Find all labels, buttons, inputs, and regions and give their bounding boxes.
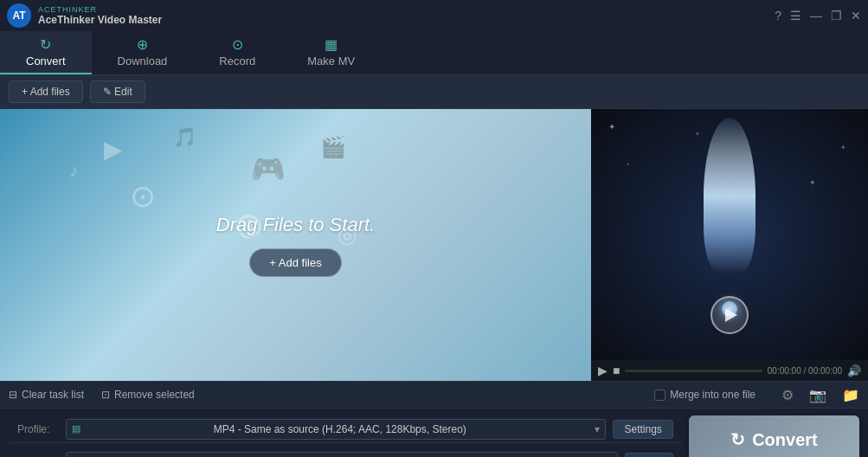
star-4: ✦	[809, 178, 816, 187]
output-path-field: C:\Users\Lily.Qiu\Documents\AceThinker\A…	[66, 452, 618, 458]
tab-download-label: Download	[118, 55, 168, 68]
convert-button[interactable]: ↻ Convert	[689, 415, 859, 457]
video-controls: ▶ ■ 00:00:00 / 00:00:00 🔊	[591, 360, 868, 381]
folder-icon[interactable]: 📁	[842, 387, 859, 403]
star-3: ✦	[626, 161, 630, 167]
settings-icon[interactable]: ⚙	[781, 387, 794, 403]
clear-label: Clear task list	[22, 389, 84, 401]
task-bar: ⊟ Clear task list ⊡ Remove selected Merg…	[0, 381, 868, 409]
video-time-display: 00:00:00 / 00:00:00	[768, 366, 842, 376]
deco-icon-5: ⊙	[130, 178, 156, 215]
add-files-label: + Add files	[22, 86, 70, 98]
minimize-button[interactable]: —	[810, 9, 822, 23]
tab-convert[interactable]: ↻ Convert	[0, 31, 92, 74]
profile-row: Profile: ▤ MP4 - Same as source (H.264; …	[9, 415, 682, 443]
app-title-area: ACETHINKER AceThinker Video Master	[38, 5, 162, 26]
clear-icon: ⊟	[9, 389, 17, 401]
drop-zone-add-button[interactable]: + Add files	[249, 248, 341, 277]
merge-label: Merge into one file	[670, 389, 755, 401]
convert-tab-icon: ↻	[40, 36, 51, 53]
app-logo: AT	[7, 3, 31, 28]
profile-icon: ▤	[72, 423, 80, 434]
preview-icons: ⚙ 📷 📁	[781, 387, 859, 403]
clear-task-button[interactable]: ⊟ Clear task list	[9, 389, 84, 401]
profile-dropdown[interactable]: ▤ MP4 - Same as source (H.264; AAC, 128K…	[66, 419, 606, 440]
close-button[interactable]: ✕	[851, 9, 861, 23]
deco-icon-3: 🎮	[251, 152, 286, 185]
drop-zone[interactable]: ▶ 🎵 🎮 🎬 ⊙ ⊛ ♪ ◎ Drag Files to Start. + A…	[0, 109, 591, 381]
star-2: ✦	[840, 144, 846, 151]
merge-checkbox[interactable]	[654, 389, 665, 401]
help-icon[interactable]: ?	[775, 9, 781, 23]
star-5: ✦	[695, 131, 700, 138]
tab-makemv-label: Make MV	[307, 55, 355, 68]
deco-icon-4: 🎬	[320, 135, 346, 159]
deco-icon-7: ♪	[69, 161, 78, 181]
tab-record[interactable]: ⊙ Record	[193, 31, 281, 74]
video-play-button[interactable]: ▶	[598, 364, 608, 377]
nav-tabs: ↻ Convert ⊕ Download ⊙ Record ▦ Make MV	[0, 31, 868, 75]
title-bar-left: AT ACETHINKER AceThinker Video Master	[7, 3, 162, 28]
main-content: ▶ 🎵 🎮 🎬 ⊙ ⊛ ♪ ◎ Drag Files to Start. + A…	[0, 109, 868, 381]
merge-checkbox-group: Merge into one file	[654, 389, 755, 401]
menu-icon[interactable]: ☰	[790, 9, 801, 23]
remove-selected-button[interactable]: ⊡ Remove selected	[101, 389, 195, 401]
output-row: Output: C:\Users\Lily.Qiu\Documents\AceT…	[9, 448, 682, 457]
drop-zone-add-label: + Add files	[269, 256, 321, 269]
edit-label: ✎ Edit	[103, 86, 132, 98]
remove-icon: ⊡	[101, 389, 110, 401]
video-stop-button[interactable]: ■	[613, 364, 620, 377]
preview-panel: ✦ ✦ ✦ ✦ ✦ ▶ ■ 00:00:00 / 00:00:00 🔊	[591, 109, 868, 381]
drop-zone-text: Drag Files to Start.	[216, 214, 375, 236]
profile-dropdown-arrow: ▾	[595, 423, 600, 435]
tab-convert-label: Convert	[26, 55, 66, 68]
convert-right: ↻ Convert Shutdown computer after conver…	[689, 415, 859, 457]
bottom-section: Profile: ▤ MP4 - Same as source (H.264; …	[0, 409, 868, 457]
open-button[interactable]: Open	[625, 453, 672, 458]
add-files-button[interactable]: + Add files	[9, 80, 83, 103]
convert-icon: ↻	[730, 429, 745, 450]
profile-value: MP4 - Same as source (H.264; AAC, 128Kbp…	[214, 423, 466, 435]
restore-button[interactable]: ❐	[831, 9, 842, 23]
video-beam	[704, 118, 755, 274]
settings-button[interactable]: Settings	[613, 420, 672, 439]
play-arrow-icon	[725, 308, 737, 322]
app-name: AceThinker Video Master	[38, 14, 162, 26]
play-button-overlay[interactable]	[710, 296, 749, 334]
tab-makemv[interactable]: ▦ Make MV	[281, 31, 381, 74]
drop-zone-icons: ▶ 🎵 🎮 🎬 ⊙ ⊛ ♪ ◎	[0, 109, 591, 381]
screenshot-icon[interactable]: 📷	[809, 387, 826, 403]
volume-icon[interactable]: 🔊	[847, 364, 861, 377]
title-bar-controls: ? ☰ — ❐ ✕	[775, 9, 861, 23]
convert-left: Profile: ▤ MP4 - Same as source (H.264; …	[9, 415, 682, 457]
record-tab-icon: ⊙	[232, 36, 243, 53]
video-progress-bar[interactable]	[625, 370, 762, 372]
title-bar: AT ACETHINKER AceThinker Video Master ? …	[0, 0, 868, 31]
deco-icon-1: ▶	[104, 135, 123, 164]
download-tab-icon: ⊕	[137, 36, 148, 53]
edit-button[interactable]: ✎ Edit	[90, 80, 145, 103]
toolbar: + Add files ✎ Edit	[0, 75, 868, 109]
convert-btn-label: Convert	[752, 430, 818, 450]
tab-download[interactable]: ⊕ Download	[92, 31, 194, 74]
deco-icon-2: 🎵	[173, 126, 196, 149]
profile-label: Profile:	[17, 423, 59, 435]
app-brand: ACETHINKER	[38, 5, 162, 14]
tab-record-label: Record	[219, 55, 255, 68]
makemv-tab-icon: ▦	[325, 36, 338, 53]
star-1: ✦	[608, 122, 615, 132]
preview-video: ✦ ✦ ✦ ✦ ✦	[591, 109, 868, 360]
convert-area: Profile: ▤ MP4 - Same as source (H.264; …	[0, 409, 868, 457]
remove-label: Remove selected	[114, 389, 195, 401]
